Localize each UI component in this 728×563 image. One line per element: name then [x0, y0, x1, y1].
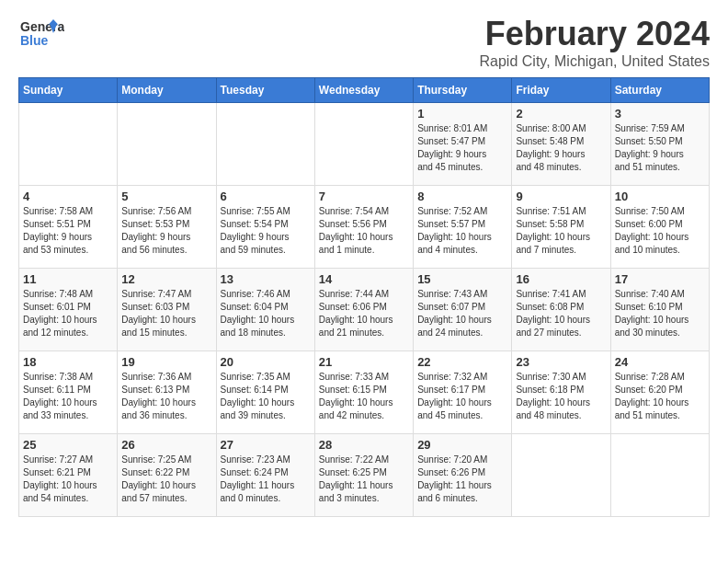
- day-number: 29: [417, 438, 507, 452]
- header-wednesday: Wednesday: [314, 78, 413, 103]
- day-info: Sunrise: 7:20 AMSunset: 6:26 PMDaylight:…: [417, 454, 507, 505]
- header-friday: Friday: [512, 78, 610, 103]
- day-info: Sunrise: 7:56 AMSunset: 5:53 PMDaylight:…: [121, 205, 211, 257]
- svg-text:General: General: [20, 19, 64, 34]
- day-info: Sunrise: 7:44 AMSunset: 6:06 PMDaylight:…: [319, 288, 409, 339]
- svg-text:Blue: Blue: [20, 33, 49, 48]
- table-row: 28Sunrise: 7:22 AMSunset: 6:25 PMDayligh…: [314, 434, 413, 517]
- table-row: 9Sunrise: 7:51 AMSunset: 5:58 PMDaylight…: [512, 186, 610, 269]
- week-row-3: 11Sunrise: 7:48 AMSunset: 6:01 PMDayligh…: [19, 269, 710, 351]
- table-row: 21Sunrise: 7:33 AMSunset: 6:15 PMDayligh…: [314, 351, 413, 434]
- table-row: 22Sunrise: 7:32 AMSunset: 6:17 PMDayligh…: [414, 351, 512, 434]
- day-number: 28: [319, 438, 409, 452]
- day-info: Sunrise: 7:48 AMSunset: 6:01 PMDaylight:…: [23, 288, 113, 339]
- header-sunday: Sunday: [19, 78, 118, 103]
- calendar-title: February 2024: [480, 15, 710, 53]
- day-number: 23: [516, 355, 606, 369]
- table-row: 25Sunrise: 7:27 AMSunset: 6:21 PMDayligh…: [19, 434, 118, 517]
- table-row: 1Sunrise: 8:01 AMSunset: 5:47 PMDaylight…: [414, 103, 512, 186]
- table-row: [314, 103, 413, 186]
- table-row: 12Sunrise: 7:47 AMSunset: 6:03 PMDayligh…: [118, 269, 216, 351]
- table-row: 4Sunrise: 7:58 AMSunset: 5:51 PMDaylight…: [19, 186, 118, 269]
- day-info: Sunrise: 7:23 AMSunset: 6:24 PMDaylight:…: [221, 454, 311, 505]
- table-row: 24Sunrise: 7:28 AMSunset: 6:20 PMDayligh…: [610, 351, 709, 434]
- day-number: 26: [121, 438, 211, 452]
- table-row: 7Sunrise: 7:54 AMSunset: 5:56 PMDaylight…: [314, 186, 413, 269]
- day-info: Sunrise: 7:51 AMSunset: 5:58 PMDaylight:…: [516, 205, 606, 257]
- table-row: 26Sunrise: 7:25 AMSunset: 6:22 PMDayligh…: [118, 434, 216, 517]
- day-number: 1: [417, 107, 507, 121]
- title-section: February 2024 Rapid City, Michigan, Unit…: [480, 15, 710, 70]
- table-row: 5Sunrise: 7:56 AMSunset: 5:53 PMDaylight…: [118, 186, 216, 269]
- logo-icon: General Blue: [18, 15, 64, 60]
- table-row: 16Sunrise: 7:41 AMSunset: 6:08 PMDayligh…: [512, 269, 610, 351]
- table-row: 17Sunrise: 7:40 AMSunset: 6:10 PMDayligh…: [610, 269, 709, 351]
- day-info: Sunrise: 7:59 AMSunset: 5:50 PMDaylight:…: [615, 122, 705, 174]
- day-number: 4: [23, 190, 113, 203]
- day-number: 14: [319, 272, 409, 286]
- day-info: Sunrise: 7:32 AMSunset: 6:17 PMDaylight:…: [417, 371, 507, 422]
- header-saturday: Saturday: [610, 78, 709, 103]
- day-number: 17: [615, 272, 705, 286]
- table-row: [512, 434, 610, 517]
- table-row: 19Sunrise: 7:36 AMSunset: 6:13 PMDayligh…: [118, 351, 216, 434]
- day-info: Sunrise: 7:22 AMSunset: 6:25 PMDaylight:…: [319, 454, 409, 505]
- day-info: Sunrise: 7:52 AMSunset: 5:57 PMDaylight:…: [417, 205, 507, 257]
- day-info: Sunrise: 7:33 AMSunset: 6:15 PMDaylight:…: [319, 371, 409, 422]
- table-row: 10Sunrise: 7:50 AMSunset: 6:00 PMDayligh…: [610, 186, 709, 269]
- week-row-5: 25Sunrise: 7:27 AMSunset: 6:21 PMDayligh…: [19, 434, 710, 517]
- day-number: 6: [221, 190, 311, 203]
- calendar-subtitle: Rapid City, Michigan, United States: [480, 53, 710, 70]
- day-info: Sunrise: 7:43 AMSunset: 6:07 PMDaylight:…: [417, 288, 507, 339]
- week-row-4: 18Sunrise: 7:38 AMSunset: 6:11 PMDayligh…: [19, 351, 710, 434]
- day-info: Sunrise: 7:54 AMSunset: 5:56 PMDaylight:…: [319, 205, 409, 257]
- day-number: 16: [516, 272, 606, 286]
- table-row: [610, 434, 709, 517]
- day-info: Sunrise: 7:35 AMSunset: 6:14 PMDaylight:…: [221, 371, 311, 422]
- day-info: Sunrise: 7:41 AMSunset: 6:08 PMDaylight:…: [516, 288, 606, 339]
- table-row: 14Sunrise: 7:44 AMSunset: 6:06 PMDayligh…: [314, 269, 413, 351]
- day-number: 18: [23, 355, 113, 369]
- day-number: 24: [615, 355, 705, 369]
- day-info: Sunrise: 7:28 AMSunset: 6:20 PMDaylight:…: [615, 371, 705, 422]
- table-row: [118, 103, 216, 186]
- week-row-2: 4Sunrise: 7:58 AMSunset: 5:51 PMDaylight…: [19, 186, 710, 269]
- table-row: 11Sunrise: 7:48 AMSunset: 6:01 PMDayligh…: [19, 269, 118, 351]
- day-number: 11: [23, 272, 113, 286]
- day-number: 5: [121, 190, 211, 203]
- day-number: 21: [319, 355, 409, 369]
- table-row: [19, 103, 118, 186]
- header: General Blue February 2024 Rapid City, M…: [18, 15, 710, 70]
- day-number: 25: [23, 438, 113, 452]
- day-info: Sunrise: 7:30 AMSunset: 6:18 PMDaylight:…: [516, 371, 606, 422]
- table-row: 29Sunrise: 7:20 AMSunset: 6:26 PMDayligh…: [414, 434, 512, 517]
- day-number: 22: [417, 355, 507, 369]
- day-info: Sunrise: 7:58 AMSunset: 5:51 PMDaylight:…: [23, 205, 113, 257]
- header-tuesday: Tuesday: [216, 78, 314, 103]
- day-info: Sunrise: 7:40 AMSunset: 6:10 PMDaylight:…: [615, 288, 705, 339]
- day-number: 2: [516, 107, 606, 121]
- table-row: 15Sunrise: 7:43 AMSunset: 6:07 PMDayligh…: [414, 269, 512, 351]
- table-row: 20Sunrise: 7:35 AMSunset: 6:14 PMDayligh…: [216, 351, 314, 434]
- day-info: Sunrise: 8:00 AMSunset: 5:48 PMDaylight:…: [516, 122, 606, 174]
- table-row: 27Sunrise: 7:23 AMSunset: 6:24 PMDayligh…: [216, 434, 314, 517]
- day-number: 20: [221, 355, 311, 369]
- day-info: Sunrise: 7:47 AMSunset: 6:03 PMDaylight:…: [121, 288, 211, 339]
- day-info: Sunrise: 7:46 AMSunset: 6:04 PMDaylight:…: [221, 288, 311, 339]
- header-monday: Monday: [118, 78, 216, 103]
- day-number: 15: [417, 272, 507, 286]
- day-number: 13: [221, 272, 311, 286]
- day-info: Sunrise: 8:01 AMSunset: 5:47 PMDaylight:…: [417, 122, 507, 174]
- table-row: 18Sunrise: 7:38 AMSunset: 6:11 PMDayligh…: [19, 351, 118, 434]
- day-info: Sunrise: 7:36 AMSunset: 6:13 PMDaylight:…: [121, 371, 211, 422]
- calendar-table: SundayMondayTuesdayWednesdayThursdayFrid…: [18, 77, 710, 517]
- day-number: 27: [221, 438, 311, 452]
- day-number: 7: [319, 190, 409, 203]
- day-info: Sunrise: 7:38 AMSunset: 6:11 PMDaylight:…: [23, 371, 113, 422]
- table-row: [216, 103, 314, 186]
- day-number: 3: [615, 107, 705, 121]
- day-info: Sunrise: 7:25 AMSunset: 6:22 PMDaylight:…: [121, 454, 211, 505]
- header-thursday: Thursday: [414, 78, 512, 103]
- day-number: 19: [121, 355, 211, 369]
- day-info: Sunrise: 7:55 AMSunset: 5:54 PMDaylight:…: [221, 205, 311, 257]
